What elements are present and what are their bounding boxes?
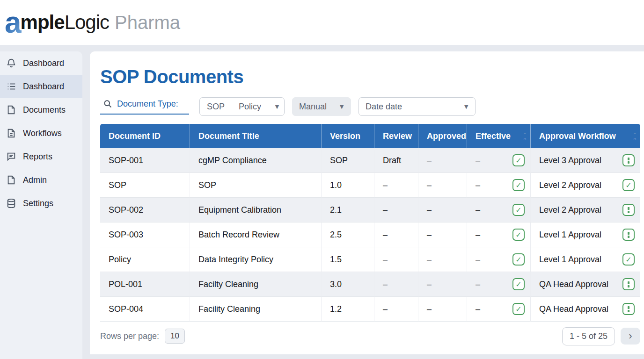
cell-effective: –✓ [467,148,531,173]
table-row[interactable]: PolicyData Integrity Policy1.5–––✓Level … [100,247,640,272]
more-options-icon[interactable] [622,229,635,241]
cell-document-id: SOP-002 [100,198,190,223]
cell-version: 2.5 [322,223,374,247]
sidebar-item-label: Workflows [23,129,62,138]
cell-document-id: SOP [100,173,190,198]
column-header-review[interactable]: Review [374,124,418,148]
checked-checkbox-icon[interactable]: ✓ [512,204,525,216]
workflow-label: QA Head Approval [539,280,608,289]
cell-effective: –✓ [467,247,531,272]
date-value: Date date [366,102,402,112]
column-header-approved[interactable]: Approved [418,124,467,148]
search-icon [103,99,112,108]
sidebar-item-documents-2[interactable]: Documents [0,98,82,122]
checked-checkbox-icon[interactable]: ✓ [512,253,525,266]
more-options-icon[interactable] [622,204,635,216]
cell-approved: – [418,247,467,272]
table-row[interactable]: SOP-001cgMP ComplianceSOPDraft––✓Level 3… [100,148,640,173]
cell-approval-workflow: QA Head Approval [531,272,640,297]
cell-approved: – [418,173,467,198]
table-row[interactable]: POL-001Facilty Cleaning3.0–––✓QA Head Ap… [100,272,640,297]
effective-value: – [476,304,480,314]
cell-document-id: SOP-004 [100,297,190,322]
sidebar-item-dashboard-0[interactable]: Dashboard [0,51,82,75]
table-body: SOP-001cgMP ComplianceSOPDraft––✓Level 3… [100,148,640,322]
cell-document-title: Facility Cleaning [190,297,322,322]
checked-checkbox-icon[interactable]: ✓ [622,253,635,266]
cell-approval-workflow: Level 1 Approval [531,223,640,247]
database-icon [6,198,16,208]
next-page-button[interactable]: › [621,328,640,345]
list-icon [6,81,16,92]
app-header: a mple Logic Pharma [0,0,644,45]
sidebar-item-workflows-3[interactable]: Workflows [0,122,82,145]
sort-icon[interactable]: ▫∩ [523,131,527,141]
checked-checkbox-icon[interactable]: ✓ [512,278,525,290]
column-header-document-id[interactable]: Document ID [100,124,190,148]
checked-checkbox-icon[interactable]: ✓ [512,303,525,315]
file-text-icon [6,128,16,138]
checked-checkbox-icon[interactable]: ✓ [622,179,635,191]
table-row[interactable]: SOPSOP1.0–––✓Level 2 Approval✓ [100,173,640,198]
more-options-icon[interactable] [622,278,635,290]
effective-value: – [476,180,480,190]
sidebar-item-label: Settings [23,199,53,208]
effective-value: – [476,156,480,165]
cell-approved: – [418,223,467,247]
cell-effective: –✓ [467,173,531,198]
bell-icon [6,58,16,68]
workflow-label: QA Head Approval [539,304,608,314]
cell-version: 3.0 [322,272,374,297]
more-options-icon[interactable] [622,154,635,166]
cell-approval-workflow: Level 2 Approval [531,198,640,223]
table-row[interactable]: SOP-003Batch Record Review2.5–––✓Level 1… [100,223,640,247]
checked-checkbox-icon[interactable]: ✓ [512,179,525,191]
table-header-row: Document ID Document Title Version Revie… [100,124,640,148]
sidebar: DashboardDashboardDocumentsWorkflowsRepo… [0,51,82,359]
sidebar-item-settings-6[interactable]: Settings [0,192,82,215]
search-label: Document Type: [117,99,178,109]
document-type-search-field[interactable]: Document Type: [100,99,189,115]
effective-value: – [476,205,480,215]
table-row[interactable]: SOP-002Equipment Calibration2.1–––✓Level… [100,198,640,223]
sidebar-item-reports-4[interactable]: Reports [0,145,82,168]
sidebar-item-label: Dashboard [23,58,64,68]
checked-checkbox-icon[interactable]: ✓ [512,229,525,241]
type-option-policy[interactable]: Policy [232,102,268,112]
cell-review: – [374,173,418,198]
sidebar-item-label: Documents [23,105,66,115]
date-select[interactable]: Date date ▼ [359,97,476,116]
workflow-label: Level 1 Approval [539,230,601,240]
cell-document-title: SOP [190,173,322,198]
workflow-label: Level 1 Approval [539,255,601,265]
cell-approved: – [418,297,467,322]
column-header-approval-workflow[interactable]: Approval Workflow ▫∩ [531,124,640,148]
file-icon [6,175,16,185]
cell-approval-workflow: QA Head Approval [531,297,640,322]
filter-bar: Document Type: SOP Policy ▼ Manual ▼ Dat… [100,97,638,116]
rows-per-page-select[interactable]: 10 [165,329,185,344]
sidebar-item-dashboard-1[interactable]: Dashboard [0,75,82,98]
cell-approval-workflow: Level 3 Approval [531,148,640,173]
cell-effective: –✓ [467,297,531,322]
logo-text-suffix: Pharma [115,12,180,33]
checked-checkbox-icon[interactable]: ✓ [512,154,525,166]
column-header-effective[interactable]: Effective ▫∩ [467,124,531,148]
sort-icon[interactable]: ▫∩ [633,131,637,141]
cell-approved: – [418,272,467,297]
table-row[interactable]: SOP-004Facility Cleaning1.2–––✓QA Head A… [100,297,640,322]
file-icon [6,105,16,115]
cell-version: 1.5 [322,247,374,272]
cell-effective: –✓ [467,223,531,247]
app-logo: a mple Logic Pharma [0,0,644,45]
type-option-sop[interactable]: SOP [200,102,232,112]
table-footer: Rows per page: 10 1 - 5 of 25 › [100,322,640,351]
category-select[interactable]: Manual ▼ [292,97,351,116]
document-type-select[interactable]: SOP Policy ▼ [199,97,285,116]
more-options-icon[interactable] [622,303,635,315]
cell-effective: –✓ [467,198,531,223]
column-header-version[interactable]: Version [322,124,374,148]
column-header-document-title[interactable]: Document Title [190,124,322,148]
sidebar-item-admin-5[interactable]: Admin [0,168,82,192]
cell-document-title: Batch Record Review [190,223,322,247]
